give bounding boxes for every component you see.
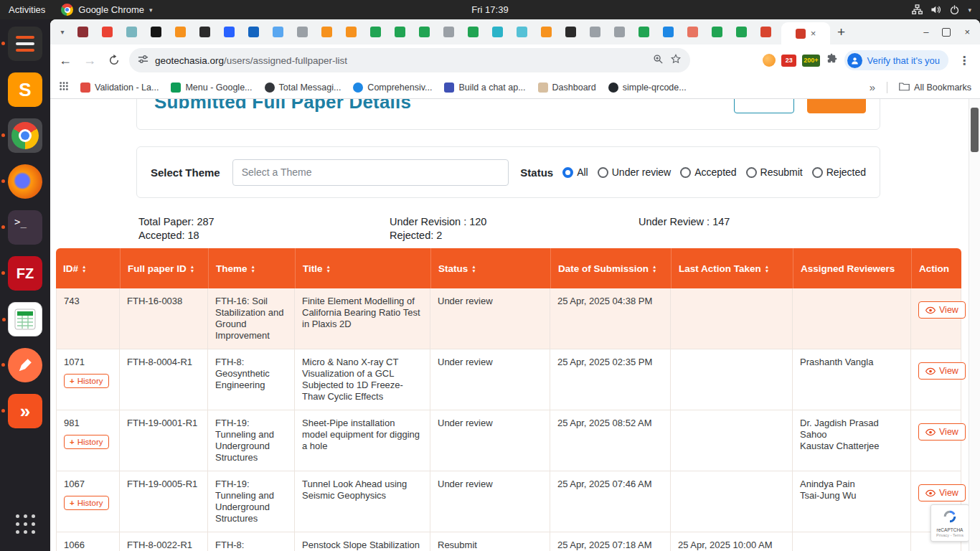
header-action-button-1[interactable]: [734, 99, 794, 113]
active-tab[interactable]: ×: [781, 22, 830, 44]
extension-green-badge[interactable]: 200+: [802, 55, 819, 67]
tab-favicon[interactable]: [346, 27, 357, 37]
minimize-button[interactable]: –: [923, 27, 928, 37]
col-header-title[interactable]: Title▲▼: [295, 248, 430, 288]
tab-favicon[interactable]: [199, 27, 210, 37]
volume-icon[interactable]: [930, 4, 941, 15]
tab-favicon[interactable]: [443, 27, 454, 37]
tab-favicon[interactable]: [468, 27, 479, 37]
dock-firefox-icon[interactable]: [8, 164, 42, 199]
col-header-theme[interactable]: Theme▲▼: [208, 248, 295, 288]
show-applications-button[interactable]: [8, 507, 42, 541]
network-icon[interactable]: [912, 4, 923, 15]
forward-button[interactable]: →: [80, 51, 99, 70]
bookmark-star-icon[interactable]: [670, 53, 682, 67]
new-tab-button[interactable]: +: [837, 25, 845, 39]
tab-favicon[interactable]: [175, 27, 186, 37]
header-action-button-2[interactable]: [807, 99, 866, 113]
theme-select[interactable]: Select a Theme: [232, 159, 509, 186]
bookmarks-overflow-button[interactable]: »: [870, 81, 875, 93]
dock-editor-icon[interactable]: [8, 27, 42, 61]
bookmark-item[interactable]: Build a chat ap...: [444, 83, 525, 93]
tab-search-button[interactable]: ▾: [55, 24, 70, 40]
tab-favicon[interactable]: [395, 27, 405, 37]
status-radio-all[interactable]: All: [562, 166, 588, 178]
tab-favicon[interactable]: [565, 27, 576, 37]
profile-verify-button[interactable]: Verify that it's you: [844, 50, 948, 70]
scrollbar[interactable]: [969, 99, 980, 551]
col-header-last-action[interactable]: Last Action Taken▲▼: [671, 248, 793, 288]
tab-favicon[interactable]: [102, 27, 113, 37]
tab-favicon[interactable]: [639, 27, 649, 37]
browser-menu-kebab-icon[interactable]: ⋮: [954, 54, 974, 67]
site-settings-icon[interactable]: [138, 54, 149, 67]
tab-favicon[interactable]: [370, 27, 381, 37]
dock-sublime-icon[interactable]: S: [8, 72, 42, 107]
bookmark-item[interactable]: Validation - La...: [80, 83, 159, 93]
dock-filezilla-icon[interactable]: FZ: [8, 256, 42, 291]
recaptcha-badge[interactable]: reCAPTCHA Privacy - Terms: [930, 504, 969, 542]
tab-favicon[interactable]: [517, 27, 527, 37]
tab-favicon[interactable]: [248, 27, 259, 37]
tab-favicon[interactable]: [273, 27, 283, 37]
maximize-button[interactable]: [942, 28, 951, 37]
history-button[interactable]: +History: [64, 496, 109, 510]
power-icon[interactable]: [949, 4, 960, 15]
bookmark-item[interactable]: Dashboard: [538, 83, 596, 93]
tab-favicon[interactable]: [77, 27, 88, 37]
dock-sync-app-icon[interactable]: »: [8, 394, 42, 428]
history-button[interactable]: +History: [64, 435, 109, 449]
recaptcha-links[interactable]: Privacy - Terms: [936, 533, 963, 537]
tab-favicon[interactable]: [419, 27, 430, 37]
tab-favicon[interactable]: [736, 27, 747, 37]
system-menu-caret-icon[interactable]: ▾: [968, 6, 971, 14]
extension-counter-badge[interactable]: 23: [781, 55, 796, 67]
reload-button[interactable]: [105, 51, 123, 70]
tab-close-icon[interactable]: ×: [811, 29, 816, 38]
back-button[interactable]: ←: [56, 51, 75, 70]
tab-favicon[interactable]: [492, 27, 503, 37]
view-button[interactable]: View: [918, 423, 966, 441]
tab-favicon[interactable]: [712, 27, 722, 37]
col-header-status[interactable]: Status▲▼: [430, 248, 550, 288]
address-bar[interactable]: geotechasia.org/users/assigned-fullpaper…: [129, 48, 690, 72]
status-radio-under-review[interactable]: Under review: [598, 166, 671, 178]
dock-pen-app-icon[interactable]: [8, 348, 42, 382]
clock[interactable]: Fri 17:39: [0, 4, 980, 15]
tab-favicon[interactable]: [760, 27, 771, 37]
col-header-id[interactable]: ID#▲▼: [56, 248, 120, 288]
tab-favicon[interactable]: [321, 27, 332, 37]
tab-favicon[interactable]: [297, 27, 308, 37]
history-button[interactable]: +History: [64, 374, 109, 388]
tab-favicon[interactable]: [614, 27, 625, 37]
tab-favicon[interactable]: [224, 27, 235, 37]
status-radio-resubmit[interactable]: Resubmit: [746, 166, 803, 178]
bookmark-item[interactable]: Total Messagi...: [265, 83, 341, 93]
scrollbar-thumb[interactable]: [971, 108, 979, 152]
extensions-puzzle-icon[interactable]: [826, 52, 839, 68]
tab-favicon[interactable]: [151, 27, 161, 37]
dock-chrome-icon[interactable]: [8, 118, 42, 153]
zoom-icon[interactable]: [653, 54, 664, 67]
tab-favicon[interactable]: [126, 27, 137, 37]
tab-favicon[interactable]: [687, 27, 698, 37]
col-header-paper-id[interactable]: Full paper ID▲▼: [120, 248, 208, 288]
view-button[interactable]: View: [918, 484, 966, 501]
status-radio-rejected[interactable]: Rejected: [812, 166, 866, 178]
dock-terminal-icon[interactable]: >_: [8, 210, 42, 245]
view-button[interactable]: View: [918, 301, 966, 319]
tab-favicon[interactable]: [590, 27, 600, 37]
bookmark-item[interactable]: Menu - Google...: [171, 83, 252, 93]
status-radio-accepted[interactable]: Accepted: [680, 166, 736, 178]
tab-favicon[interactable]: [541, 27, 552, 37]
col-header-date[interactable]: Date of Submission▲▼: [550, 248, 671, 288]
bookmark-item[interactable]: simple-qrcode...: [608, 83, 687, 93]
view-button[interactable]: View: [918, 362, 966, 380]
all-bookmarks-button[interactable]: All Bookmarks: [899, 82, 971, 93]
dock-calc-icon[interactable]: [8, 302, 42, 336]
extension-orange-icon[interactable]: [763, 54, 776, 67]
bookmark-item[interactable]: Comprehensiv...: [353, 83, 432, 93]
tab-favicon[interactable]: [663, 27, 674, 37]
apps-grid-icon[interactable]: [59, 81, 69, 93]
close-window-button[interactable]: ×: [964, 27, 970, 37]
